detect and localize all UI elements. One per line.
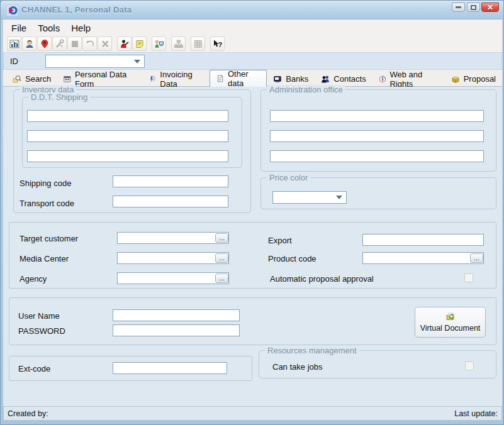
tab-contacts[interactable]: Contacts (315, 72, 372, 86)
export-input[interactable] (362, 234, 484, 246)
toolbar: ? (3, 35, 502, 52)
delete-x-icon (100, 39, 110, 49)
status-last-update: Last update: (454, 409, 498, 418)
person-button[interactable] (22, 36, 36, 51)
group-label: Price color (267, 173, 310, 182)
undo-button[interactable] (82, 36, 97, 51)
user-red-icon (120, 39, 130, 49)
tab-proposal[interactable]: Proposal (445, 72, 502, 86)
statistics-icon (9, 39, 20, 49)
close-icon: ✕ (487, 4, 493, 11)
product-code-browse-button[interactable]: ... (470, 253, 483, 263)
menu-help[interactable]: Help (65, 21, 96, 35)
invoicing-icon (149, 75, 157, 84)
bank-terminal-icon (273, 75, 282, 84)
app-window: CHANNEL 1, Personal Data ✕ File Tools He… (0, 0, 504, 425)
chevron-down-icon (336, 196, 342, 199)
product-code-input[interactable] (362, 252, 484, 264)
location-button[interactable] (37, 36, 52, 51)
admin-office-line3-input[interactable] (270, 150, 484, 162)
virtual-document-button[interactable]: Virtual Document (415, 307, 486, 338)
tab-personal-data-form[interactable]: Personal Data Form (57, 72, 142, 86)
ddt-shipping-line3-input[interactable] (27, 150, 228, 162)
group-label: Resources management (265, 346, 359, 355)
user-red-button[interactable] (117, 36, 132, 51)
stop-icon (70, 39, 80, 49)
minimize-icon (456, 6, 461, 8)
shipping-code-input[interactable] (113, 175, 228, 187)
ddt-shipping-line2-input[interactable] (27, 130, 228, 142)
ext-code-label: Ext-code (18, 363, 50, 375)
app-logo-icon (6, 4, 18, 16)
media-center-label: Media Center (20, 253, 69, 265)
media-center-input[interactable] (117, 252, 229, 264)
tools-button[interactable] (52, 36, 67, 51)
close-button[interactable]: ✕ (481, 3, 499, 12)
tab-label: Banks (286, 74, 308, 84)
document-icon (216, 74, 224, 83)
note-button[interactable] (132, 36, 147, 51)
group-label: Administration office (267, 85, 345, 94)
grid-button[interactable] (191, 36, 205, 51)
virtual-document-label: Virtual Document (420, 324, 481, 333)
tab-search[interactable]: Search (6, 72, 57, 86)
product-code-label: Product code (268, 253, 316, 265)
admin-office-line2-input[interactable] (270, 130, 484, 142)
tools-icon (55, 39, 65, 49)
price-color-combobox[interactable] (272, 191, 347, 204)
info-circle-icon (379, 75, 386, 84)
tab-invoicing-data[interactable]: Invoicing Data (143, 72, 210, 86)
target-customer-browse-button[interactable]: ... (215, 233, 228, 243)
statistics-button[interactable] (7, 36, 21, 51)
org-chart-button[interactable] (171, 36, 186, 51)
tab-label: Web and Rights (389, 70, 438, 89)
package-icon (451, 75, 460, 84)
password-input[interactable] (113, 324, 240, 336)
tab-label: Proposal (464, 74, 496, 84)
can-take-jobs-checkbox[interactable] (465, 362, 474, 370)
undo-icon (85, 39, 95, 49)
toolbar-separator (167, 36, 171, 51)
search-icon (13, 75, 21, 84)
user-name-label: User Name (18, 310, 60, 322)
status-bar: Created by: Last update: (3, 406, 502, 421)
tab-banks[interactable]: Banks (267, 72, 315, 86)
agency-input[interactable] (117, 272, 229, 284)
status-created-by: Created by: (8, 409, 48, 418)
transport-code-label: Transport code (20, 197, 74, 209)
tab-label: Search (25, 74, 51, 84)
id-combobox[interactable] (45, 55, 145, 68)
org-chart-icon (174, 39, 184, 49)
automatic-proposal-approval-checkbox[interactable] (464, 273, 473, 282)
agency-browse-button[interactable]: ... (215, 273, 228, 283)
window-title: CHANNEL 1, Personal Data (21, 5, 132, 14)
maximize-button[interactable] (467, 3, 480, 12)
ddt-shipping-line1-input[interactable] (27, 110, 228, 122)
menu-bar: File Tools Help (3, 20, 502, 35)
maximize-icon (471, 5, 476, 10)
target-customer-input[interactable] (117, 232, 229, 244)
export-label: Export (268, 235, 292, 246)
menu-file[interactable]: File (6, 21, 32, 35)
delete-button[interactable] (98, 36, 112, 51)
toolbar-separator (186, 36, 191, 51)
ext-code-input[interactable] (113, 362, 227, 374)
tab-web-and-rights[interactable]: Web and Rights (372, 72, 445, 86)
context-help-button[interactable]: ? (210, 36, 225, 51)
menu-tools[interactable]: Tools (32, 21, 65, 35)
stop-button[interactable] (67, 36, 82, 51)
transport-code-input[interactable] (113, 196, 228, 207)
can-take-jobs-label: Can take jobs (272, 361, 323, 373)
id-label: ID (10, 57, 18, 66)
user-name-input[interactable] (113, 309, 240, 321)
media-center-browse-button[interactable]: ... (215, 253, 228, 263)
tab-other-data[interactable]: Other data (210, 70, 267, 87)
password-label: PASSWORD (18, 325, 65, 337)
automatic-proposal-approval-label: Automatic proposal approval (270, 273, 374, 285)
minimize-button[interactable] (452, 3, 465, 12)
virtual-document-icon (445, 312, 456, 322)
tab-label: Personal Data Form (75, 70, 137, 89)
admin-office-line1-input[interactable] (270, 110, 484, 122)
title-bar: CHANNEL 1, Personal Data ✕ (1, 1, 504, 19)
workstation-button[interactable] (152, 36, 166, 51)
